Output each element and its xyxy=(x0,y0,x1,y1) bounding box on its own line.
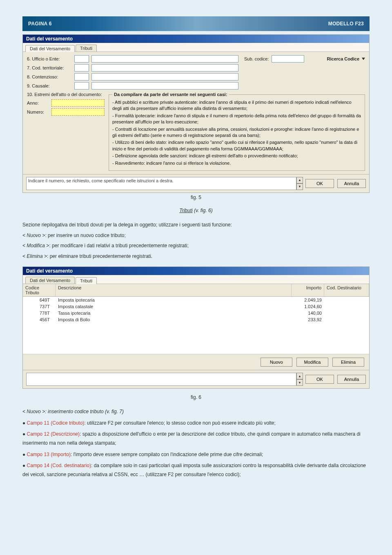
ok-button[interactable]: OK xyxy=(305,179,334,188)
fig6-window: Dati del versamento Dati del Versamento … xyxy=(22,266,370,389)
tab-dati-versamento[interactable]: Dati del Versamento xyxy=(25,45,75,52)
nuovo-button[interactable]: Nuovo xyxy=(261,358,292,367)
field-ufficio[interactable] xyxy=(74,55,89,63)
col-codice: Codice Tributo xyxy=(23,284,56,296)
window-title: Dati del versamento xyxy=(23,35,369,43)
cell-dest xyxy=(324,304,369,309)
doc-model: MODELLO F23 xyxy=(328,21,364,27)
scroll-up-icon[interactable]: ▲ xyxy=(296,177,303,184)
campo14-desc: ● Campo 14 (Cod. destinatario): da compi… xyxy=(22,461,370,479)
cell-dest xyxy=(324,317,369,322)
field-cod-terr[interactable] xyxy=(74,64,89,72)
field-causale-desc[interactable] xyxy=(91,82,238,90)
label-ufficio: 6. Ufficio o Ente: xyxy=(27,56,72,61)
page-header: PAGINA 6 MODELLO F23 xyxy=(22,16,370,31)
table-row[interactable]: 649TImposta ipotecaria2.049,19 xyxy=(23,297,369,303)
table-row[interactable]: 456TImposta di Bollo233,92 xyxy=(23,316,369,323)
tributi-section-title: Tributi (v. fig. 6) xyxy=(22,208,370,213)
ok-button[interactable]: OK xyxy=(305,375,334,384)
campo13-desc: ● Campo 13 (Importo): l'importo deve ess… xyxy=(22,450,370,459)
col-destinatario: Cod. Destinatario xyxy=(324,284,369,296)
tabs-fig6: Dati del Versamento Tributi xyxy=(23,275,369,284)
scroll-up-icon[interactable]: ▲ xyxy=(296,373,303,379)
tributi-nuovo-desc: < Nuovo >: per inserire un nuovo codice … xyxy=(22,231,370,240)
field-subcodice[interactable] xyxy=(272,55,304,63)
window-title: Dati del versamento xyxy=(23,267,369,275)
chevron-down-icon xyxy=(362,58,365,60)
field-ufficio-desc[interactable] xyxy=(91,55,238,63)
table-body: 649TImposta ipotecaria2.049,19737TImpost… xyxy=(23,297,369,354)
table-row[interactable]: 737TImposta catastale1.024,60 xyxy=(23,303,369,310)
tributi-modifica-desc: < Modifica >: per modificare i dati rela… xyxy=(22,242,370,251)
modifica-button[interactable]: Modifica xyxy=(296,358,328,367)
cell-code: 737T xyxy=(23,304,56,309)
field-causale[interactable] xyxy=(74,82,89,90)
annulla-button[interactable]: Annulla xyxy=(337,375,366,384)
label-estremi: 10. Estremi dell'atto o del documento: xyxy=(27,92,105,97)
scroll-down-icon[interactable]: ▼ xyxy=(296,379,303,386)
help-line: - Atti pubblici e scritture private aute… xyxy=(112,99,361,112)
field-anno[interactable] xyxy=(51,99,105,107)
field-contenzioso-desc[interactable] xyxy=(91,73,238,81)
tabs-fig5: Dati del Versamento Tributi xyxy=(23,43,369,52)
cell-imp: 2.049,19 xyxy=(292,297,324,303)
cell-code: 456T xyxy=(23,317,56,322)
label-subcodice: Sub. codice: xyxy=(244,56,269,61)
cell-imp: 233,92 xyxy=(292,317,324,322)
note-textarea[interactable]: Indicare il numero, se richiesto, come s… xyxy=(26,177,296,190)
tributi-intro: Sezione riepilogativa dei tributi dovuti… xyxy=(22,221,370,230)
field-contenzioso[interactable] xyxy=(74,73,89,81)
fig7-intro-title: < Nuovo >: inserimento codice tributo (v… xyxy=(22,407,370,416)
cell-desc: Imposta ipotecaria xyxy=(56,297,292,303)
help-line: - Utilizzo di beni dello stato: indicare… xyxy=(112,139,361,152)
cell-code: 778T xyxy=(23,310,56,316)
table-row[interactable]: 778TTassa ipotecaria140,00 xyxy=(23,310,369,316)
label-numero: Numero: xyxy=(27,110,49,114)
col-importo: Importo xyxy=(292,284,324,296)
fig6-caption: fig. 6 xyxy=(22,394,370,400)
cell-imp: 140,00 xyxy=(292,310,324,316)
cell-dest xyxy=(324,310,369,316)
fieldset-legend: Da compilare da parte del versante nei s… xyxy=(112,92,229,97)
help-line: - Ravvedimento: indicare l'anno cui si r… xyxy=(112,160,361,166)
scroll-down-icon[interactable]: ▼ xyxy=(296,184,303,190)
note-textarea-fig6[interactable] xyxy=(26,373,296,386)
tributi-elimina-desc: < Elimina >: per eliminare tributi prece… xyxy=(22,252,370,261)
fig5-caption: fig. 5 xyxy=(22,195,370,200)
label-anno: Anno: xyxy=(27,101,49,105)
help-line: - Formalità ipotecarie: indicare l'anno … xyxy=(112,113,361,125)
help-fieldset: Da compilare da parte del versante nei s… xyxy=(109,92,365,171)
tab-dati-versamento[interactable]: Dati del Versamento xyxy=(25,277,75,284)
tab-tributi[interactable]: Tributi xyxy=(76,277,97,284)
help-line: - Contratti di locazione per annualità s… xyxy=(112,126,361,139)
field-numero[interactable] xyxy=(51,108,105,116)
cell-imp: 1.024,60 xyxy=(292,304,324,309)
cell-code: 649T xyxy=(23,297,56,303)
label-cod-terr: 7. Cod. territoriale: xyxy=(27,65,72,70)
campo11-desc: ● Campo 11 (Codice tributo): utilizzare … xyxy=(22,419,370,428)
field-cod-terr-desc[interactable] xyxy=(91,64,238,72)
cell-desc: Imposta di Bollo xyxy=(56,317,292,322)
label-causale: 9. Causale: xyxy=(27,83,72,88)
col-descrizione: Descrizione xyxy=(56,284,292,296)
page-num: PAGINA 6 xyxy=(28,21,52,27)
cell-desc: Tassa ipotecaria xyxy=(56,310,292,316)
tab-tributi[interactable]: Tributi xyxy=(76,45,97,51)
help-line: - Definizione agevolata delle sanzioni: … xyxy=(112,153,361,159)
cell-desc: Imposta catastale xyxy=(56,304,292,309)
ricerca-codice-link[interactable]: Ricerca Codice xyxy=(327,56,365,61)
label-contenzioso: 8. Contenzioso: xyxy=(27,74,72,79)
elimina-button[interactable]: Elimina xyxy=(332,358,364,367)
fig5-window: Dati del versamento Dati del Versamento … xyxy=(22,34,370,193)
table-header: Codice Tributo Descrizione Importo Cod. … xyxy=(23,284,369,297)
campo12-desc: ● Campo 12 (Descrizione): spazio a dispo… xyxy=(22,430,370,448)
annulla-button[interactable]: Annulla xyxy=(337,179,366,188)
cell-dest xyxy=(324,297,369,303)
